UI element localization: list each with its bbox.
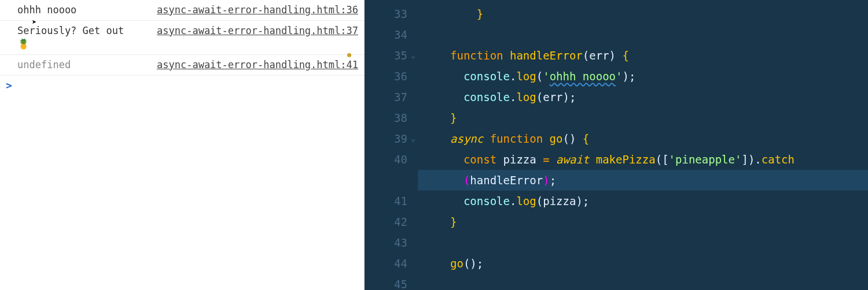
modified-line-indicator-icon <box>347 53 351 57</box>
code-token: ' <box>543 70 549 83</box>
code-line[interactable]: } <box>418 211 868 232</box>
line-number: 35⌄ <box>365 45 407 66</box>
code-token: { <box>583 132 589 145</box>
console-prompt[interactable]: > <box>0 76 364 95</box>
code-line[interactable]: console.log('ohhh noooo'); <box>418 66 868 87</box>
code-token: ' <box>616 70 622 83</box>
code-token: ( <box>656 153 662 166</box>
code-token: { <box>622 49 628 62</box>
code-token: console <box>464 91 510 103</box>
code-token <box>616 49 622 62</box>
code-token: console <box>464 70 510 83</box>
line-number: 36 <box>365 66 407 87</box>
code-line[interactable]: async function go() { <box>418 128 868 149</box>
line-number <box>365 170 407 191</box>
line-number-gutter: 333435⌄36373839⌄404142434445 <box>365 0 418 290</box>
code-token: ) <box>609 49 616 62</box>
code-token: go <box>450 257 464 270</box>
code-token: await <box>556 153 596 166</box>
line-number: 44 <box>365 253 407 274</box>
code-token: = <box>543 153 549 166</box>
code-line[interactable]: (handleError); <box>418 170 868 191</box>
code-token: pizza <box>503 153 536 166</box>
code-token: ) <box>748 153 755 166</box>
code-token: } <box>450 215 457 228</box>
code-token: ( <box>562 132 569 145</box>
line-number: 33 <box>365 3 407 24</box>
code-token: makePizza <box>596 153 656 166</box>
code-token: log <box>516 195 536 207</box>
code-token: function <box>490 132 550 145</box>
code-token: ) <box>543 174 549 187</box>
code-token: ; <box>583 195 589 207</box>
code-token: log <box>516 70 536 83</box>
code-token <box>550 153 556 166</box>
fold-chevron-icon[interactable]: ⌄ <box>411 128 415 149</box>
line-number: 39⌄ <box>365 128 407 149</box>
code-line[interactable]: const pizza = await makePizza(['pineappl… <box>418 149 868 170</box>
code-token: ( <box>464 257 470 270</box>
console-log-row: ohhh nooooasync-await-error-handling.htm… <box>0 0 364 21</box>
code-line[interactable]: console.log(pizza); <box>418 191 868 211</box>
code-line[interactable]: console.log(err); <box>418 87 868 107</box>
code-token: pizza <box>543 195 576 207</box>
code-area[interactable]: } function handleError(err) { console.lo… <box>418 0 868 290</box>
code-token: log <box>516 91 536 103</box>
code-line[interactable] <box>418 274 868 290</box>
code-token: async <box>450 132 490 145</box>
code-line[interactable] <box>418 232 868 253</box>
code-token: const <box>464 153 503 166</box>
line-number: 45 <box>365 274 407 290</box>
code-token: . <box>510 91 516 103</box>
code-line[interactable]: function handleError(err) { <box>418 45 868 66</box>
code-line[interactable]: } <box>418 107 868 128</box>
code-token: . <box>510 70 516 83</box>
code-token <box>576 132 582 145</box>
code-token <box>536 153 543 166</box>
code-token: ] <box>741 153 748 166</box>
code-token: handleError <box>470 174 543 187</box>
code-token: ohhh noooo <box>550 70 616 83</box>
code-token: . <box>510 195 516 207</box>
line-number: 40 <box>365 149 407 170</box>
code-line[interactable] <box>418 24 868 45</box>
code-editor-panel[interactable]: 333435⌄36373839⌄404142434445 } function … <box>365 0 868 290</box>
code-token: catch <box>762 153 795 166</box>
code-token: ; <box>629 70 635 83</box>
console-message: Seriously? Get out 🍍 <box>17 24 133 51</box>
console-message: undefined <box>17 58 71 72</box>
line-number: 41 <box>365 191 407 211</box>
code-token: ) <box>470 257 476 270</box>
code-token: } <box>477 8 483 20</box>
code-token: ) <box>576 195 582 207</box>
devtools-console-panel[interactable]: ohhh nooooasync-await-error-handling.htm… <box>0 0 365 290</box>
console-log-row: undefinedasync-await-error-handling.html… <box>0 55 364 76</box>
console-source-link[interactable]: async-await-error-handling.html:36 <box>157 3 358 17</box>
code-token: ( <box>536 195 543 207</box>
console-log-row: Seriously? Get out 🍍async-await-error-ha… <box>0 21 364 55</box>
code-token: err <box>589 49 609 62</box>
code-token: ; <box>477 257 483 270</box>
fold-chevron-icon[interactable]: ⌄ <box>411 45 415 66</box>
code-token: function <box>450 49 510 62</box>
console-source-link[interactable]: async-await-error-handling.html:41 <box>157 58 358 72</box>
code-token: . <box>755 153 761 166</box>
console-source-link[interactable]: async-await-error-handling.html:37 <box>157 24 358 38</box>
code-token: ; <box>550 174 556 187</box>
code-token: console <box>464 195 510 207</box>
code-token: err <box>543 91 562 103</box>
console-message: ohhh noooo <box>17 3 76 17</box>
code-token: [ <box>662 153 668 166</box>
code-token: ) <box>569 132 576 145</box>
code-token: ( <box>536 91 543 103</box>
code-line[interactable]: } <box>418 3 868 24</box>
code-token: ) <box>563 91 569 103</box>
code-token: ( <box>464 174 470 187</box>
line-number: 43 <box>365 232 407 253</box>
code-line[interactable]: go(); <box>418 253 868 274</box>
code-token: ; <box>569 91 576 103</box>
code-token: go <box>550 132 563 145</box>
code-token: handleError <box>510 49 583 62</box>
code-token: ( <box>583 49 589 62</box>
line-number: 34 <box>365 24 407 45</box>
